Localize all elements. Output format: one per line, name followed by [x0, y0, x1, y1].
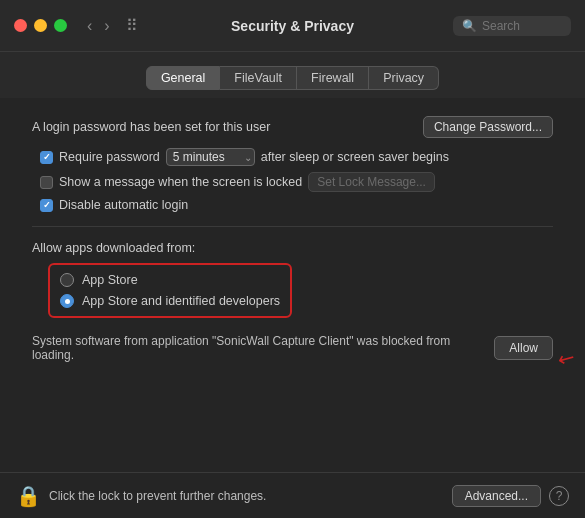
traffic-lights — [14, 19, 67, 32]
close-button[interactable] — [14, 19, 27, 32]
radio-group-allow-apps: App Store App Store and identified devel… — [48, 263, 292, 318]
password-timeout-wrapper: 5 minutes immediately 1 minute 15 minute… — [166, 148, 255, 166]
fullscreen-button[interactable] — [54, 19, 67, 32]
help-button[interactable]: ? — [549, 486, 569, 506]
bottom-right: Advanced... ? — [452, 485, 569, 507]
radio-row-app-store: App Store — [60, 273, 280, 287]
nav-back-button[interactable]: ‹ — [83, 15, 96, 37]
password-timeout-select[interactable]: 5 minutes immediately 1 minute 15 minute… — [166, 148, 255, 166]
tab-firewall[interactable]: Firewall — [297, 66, 369, 90]
main-content: A login password has been set for this u… — [0, 98, 585, 472]
password-label: A login password has been set for this u… — [32, 120, 270, 134]
titlebar: ‹ › ⠿ Security & Privacy 🔍 — [0, 0, 585, 52]
tab-privacy[interactable]: Privacy — [369, 66, 439, 90]
lock-icon: 🔒 — [16, 484, 41, 508]
blocked-software-row: System software from application "SonicW… — [32, 334, 553, 362]
tab-general[interactable]: General — [146, 66, 220, 90]
search-input[interactable] — [482, 19, 562, 33]
require-password-checkbox[interactable] — [40, 151, 53, 164]
radio-row-app-store-identified: App Store and identified developers — [60, 294, 280, 308]
radio-app-store-identified[interactable] — [60, 294, 74, 308]
disable-login-checkbox[interactable] — [40, 199, 53, 212]
radio-app-store-identified-label: App Store and identified developers — [82, 294, 280, 308]
nav-forward-button[interactable]: › — [100, 15, 113, 37]
search-icon: 🔍 — [462, 19, 477, 33]
bottom-bar: 🔒 Click the lock to prevent further chan… — [0, 472, 585, 518]
radio-app-store[interactable] — [60, 273, 74, 287]
disable-login-label: Disable automatic login — [59, 198, 188, 212]
search-box[interactable]: 🔍 — [453, 16, 571, 36]
grid-icon[interactable]: ⠿ — [126, 16, 138, 35]
require-password-label-after: after sleep or screen saver begins — [261, 150, 449, 164]
blocked-software-text: System software from application "SonicW… — [32, 334, 482, 362]
allow-btn-wrapper: Allow ↙ — [494, 336, 553, 360]
disable-login-row: Disable automatic login — [32, 198, 553, 212]
allow-button[interactable]: Allow — [494, 336, 553, 360]
arrow-indicator-icon: ↙ — [553, 343, 580, 372]
divider — [32, 226, 553, 227]
password-row: A login password has been set for this u… — [32, 116, 553, 138]
allow-apps-label: Allow apps downloaded from: — [32, 241, 553, 255]
advanced-button[interactable]: Advanced... — [452, 485, 541, 507]
require-password-label-before: Require password — [59, 150, 160, 164]
nav-arrows: ‹ › — [83, 15, 114, 37]
tabs-row: General FileVault Firewall Privacy — [0, 52, 585, 98]
require-password-row: Require password 5 minutes immediately 1… — [32, 148, 553, 166]
lock-label: Click the lock to prevent further change… — [49, 489, 266, 503]
radio-app-store-label: App Store — [82, 273, 138, 287]
set-lock-message-button[interactable]: Set Lock Message... — [308, 172, 435, 192]
minimize-button[interactable] — [34, 19, 47, 32]
content-wrapper: General FileVault Firewall Privacy A log… — [0, 52, 585, 518]
show-message-label: Show a message when the screen is locked — [59, 175, 302, 189]
show-message-row: Show a message when the screen is locked… — [32, 172, 553, 192]
lock-area[interactable]: 🔒 Click the lock to prevent further chan… — [16, 484, 266, 508]
window-title: Security & Privacy — [231, 18, 354, 34]
show-message-checkbox[interactable] — [40, 176, 53, 189]
tab-filevault[interactable]: FileVault — [220, 66, 297, 90]
change-password-button[interactable]: Change Password... — [423, 116, 553, 138]
